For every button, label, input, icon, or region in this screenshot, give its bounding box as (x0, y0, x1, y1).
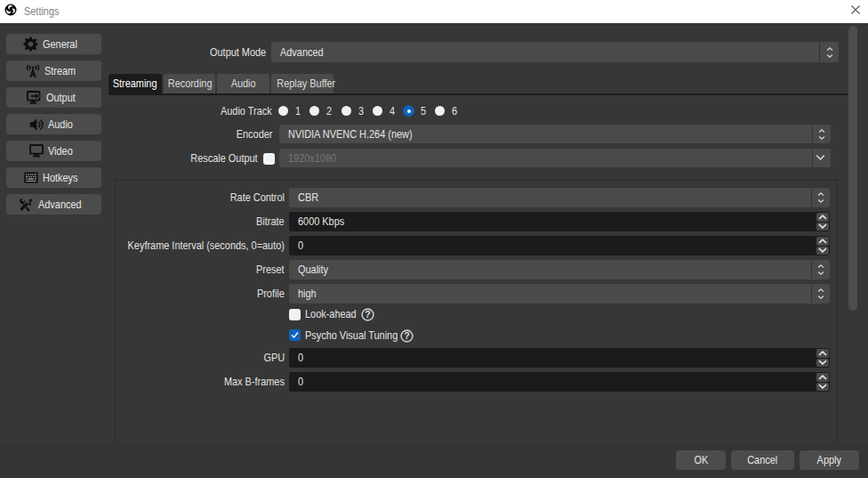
svg-text:?: ? (365, 309, 370, 320)
svg-text:?: ? (404, 330, 409, 341)
